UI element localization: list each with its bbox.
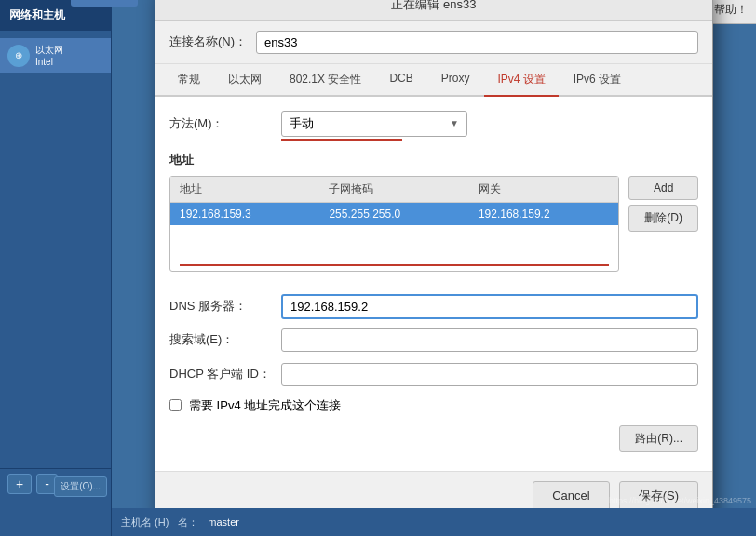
col-gateway: 网关: [469, 177, 618, 203]
address-table: 地址 子网掩码 网关 192.168.159.3 255.255: [170, 177, 618, 262]
address-table-wrapper: 地址 子网掩码 网关 192.168.159.3 255.255: [169, 176, 619, 272]
dialog: 正在编辑 ens33 连接名称(N)： 常规 以太网 802.1X 安全性 DC…: [155, 0, 713, 521]
checkbox-row: 需要 IPv4 地址完成这个连接: [169, 397, 698, 414]
watermark: https://blog.csdn.net/weixin_43849575: [609, 496, 751, 505]
route-button[interactable]: 路由(R)...: [619, 425, 698, 452]
ethernet-icon: ⊕: [7, 45, 30, 67]
dhcp-label: DHCP 客户端 ID：: [169, 366, 272, 382]
tab-general[interactable]: 常规: [165, 64, 213, 97]
dns-label: DNS 服务器：: [169, 298, 272, 315]
settings-area: 设置(O)...: [0, 476, 112, 497]
cell-subnet: 255.255.255.0: [319, 202, 468, 225]
tab-dcb[interactable]: DCB: [376, 64, 425, 97]
cell-gateway: 192.168.159.2: [469, 202, 618, 225]
table-empty-row: [170, 225, 618, 262]
tab-proxy[interactable]: Proxy: [428, 64, 483, 97]
method-select[interactable]: 手动 ▼: [281, 111, 467, 137]
connection-name-input[interactable]: [256, 31, 698, 54]
tab-ipv6[interactable]: IPv6 设置: [560, 64, 634, 97]
method-row: 方法(M)： 手动 ▼: [169, 111, 698, 137]
tabs-bar: 常规 以太网 802.1X 安全性 DCB Proxy IPv4 设置 IPv6…: [155, 64, 712, 97]
search-input[interactable]: [281, 328, 698, 352]
dns-row: DNS 服务器：: [169, 294, 698, 319]
table-header-row: 地址 子网掩码 网关: [170, 177, 618, 203]
dhcp-input[interactable]: [281, 363, 698, 386]
method-label: 方法(M)：: [169, 115, 272, 132]
table-underline: [180, 264, 609, 266]
name-value: master: [208, 516, 239, 528]
add-address-button[interactable]: Add: [628, 176, 698, 200]
bottom-bar: 主机名 (H) 名： master: [112, 508, 756, 536]
col-address: 地址: [170, 177, 319, 203]
connection-name-label: 连接名称(N)：: [169, 34, 247, 50]
left-panel: 网络和主机 ⊕ 以太网 Intel + - 设置(O)...: [0, 0, 112, 536]
checkbox-label: 需要 IPv4 地址完成这个连接: [189, 397, 341, 414]
col-subnet: 子网掩码: [319, 177, 468, 203]
address-section-label: 地址: [169, 152, 698, 168]
tab-ipv4[interactable]: IPv4 设置: [484, 64, 558, 97]
dialog-content: 连接名称(N)： 常规 以太网 802.1X 安全性 DCB Proxy IPv…: [155, 21, 712, 520]
dialog-wrapper: 帮助！ 完成(D) 正在编辑 ens33 连接名称(N)： 常规 以太网: [155, 0, 713, 521]
cell-address: 192.168.159.3: [170, 202, 319, 225]
select-arrow-icon: ▼: [450, 118, 459, 128]
desktop: 网络和主机 ⊕ 以太网 Intel + - 设置(O)... 帮助！ 完成(D): [0, 0, 756, 536]
connection-name-row: 连接名称(N)：: [155, 21, 712, 64]
method-value: 手动: [290, 115, 314, 132]
search-row: 搜索域(E)：: [169, 328, 698, 352]
sidebar-item-sublabel: Intel: [35, 57, 63, 67]
hostname-label: 主机名 (H): [121, 516, 169, 529]
method-underline: [281, 139, 402, 141]
table-buttons: Add 删除(D): [628, 176, 698, 232]
route-btn-row: 路由(R)...: [169, 425, 698, 452]
sidebar-item-label: 以太网: [35, 44, 63, 57]
dialog-overlay: 帮助！ 完成(D) 正在编辑 ens33 连接名称(N)： 常规 以太网: [112, 0, 756, 508]
tab-8021x[interactable]: 802.1X 安全性: [277, 64, 374, 97]
search-label: 搜索域(E)：: [169, 331, 272, 348]
table-row[interactable]: 192.168.159.3 255.255.255.0 192.168.159.…: [170, 202, 618, 225]
address-table-container: 地址 子网掩码 网关 192.168.159.3 255.255: [169, 176, 698, 283]
tab-ethernet[interactable]: 以太网: [215, 64, 275, 97]
name-label: 名：: [178, 516, 198, 529]
dialog-titlebar: 正在编辑 ens33: [155, 0, 712, 21]
done-button[interactable]: 完成(D): [71, 0, 138, 7]
form-content: 方法(M)： 手动 ▼ 地址: [155, 97, 712, 471]
settings-button[interactable]: 设置(O)...: [54, 476, 107, 497]
cancel-button[interactable]: Cancel: [533, 481, 609, 511]
delete-address-button[interactable]: 删除(D): [628, 205, 698, 232]
dhcp-row: DHCP 客户端 ID：: [169, 363, 698, 386]
dns-input[interactable]: [281, 294, 698, 319]
require-ipv4-checkbox[interactable]: [169, 399, 182, 411]
sidebar-item-ethernet[interactable]: ⊕ 以太网 Intel: [0, 38, 111, 73]
